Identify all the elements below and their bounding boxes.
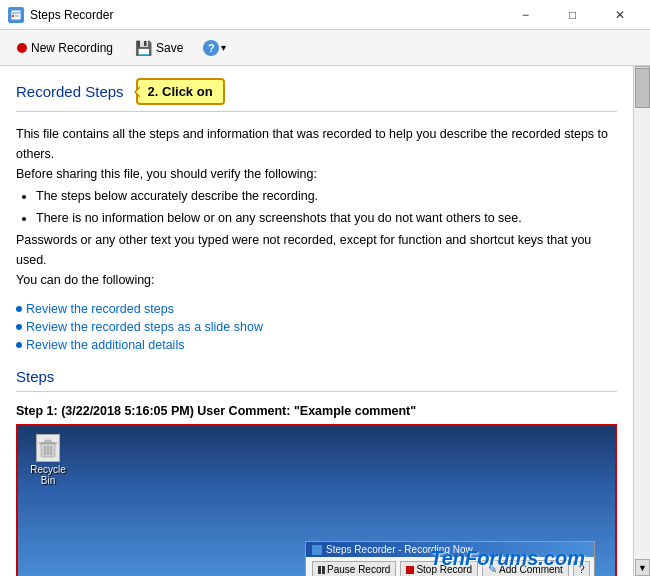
action-links: Review the recorded steps Review the rec…	[16, 302, 617, 352]
scroll-down-arrow[interactable]: ▼	[635, 559, 650, 576]
new-recording-label: New Recording	[31, 41, 113, 55]
save-icon: 💾	[135, 40, 152, 56]
pause-label: Pause Record	[327, 564, 390, 575]
info-block: This file contains all the steps and inf…	[16, 124, 617, 290]
close-button[interactable]: ✕	[597, 0, 642, 30]
info-text-1: This file contains all the steps and inf…	[16, 124, 617, 164]
recorded-steps-title: Recorded Steps	[16, 83, 124, 100]
link-slide-show[interactable]: Review the recorded steps as a slide sho…	[16, 320, 617, 334]
recorded-steps-header: Recorded Steps 2. Click on	[16, 78, 617, 105]
maximize-button[interactable]: □	[550, 0, 595, 30]
bullet-icon-1	[16, 306, 22, 312]
recycle-bin-icon: Recycle Bin	[26, 434, 70, 486]
help-dropdown-icon: ▾	[221, 42, 226, 53]
step-1-label: Step 1: (3/22/2018 5:16:05 PM) User Comm…	[16, 404, 617, 418]
click-tooltip: 2. Click on	[136, 78, 225, 105]
title-controls: − □ ✕	[503, 0, 642, 30]
info-text-2: Before sharing this file, you should ver…	[16, 164, 617, 184]
scroll-thumb[interactable]	[635, 68, 650, 108]
app-icon	[8, 7, 24, 23]
minimize-button[interactable]: −	[503, 0, 548, 30]
svg-rect-6	[45, 440, 51, 443]
recycle-bin-label: Recycle Bin	[26, 464, 70, 486]
popup-icon	[312, 545, 322, 555]
info-text-4: You can do the following:	[16, 270, 617, 290]
help-icon: ?	[203, 40, 219, 56]
step-1-screenshot: Recycle Bin Steps Recorder - Recording N…	[16, 424, 617, 576]
svg-point-2	[12, 15, 14, 17]
content-area: Recorded Steps 2. Click on This file con…	[0, 66, 633, 576]
steps-section: Steps Step 1: (3/22/2018 5:16:05 PM) Use…	[16, 368, 617, 576]
desktop-icons: Recycle Bin	[26, 434, 70, 486]
watermark-text: TenForums.com	[430, 547, 585, 570]
main-content: Recorded Steps 2. Click on This file con…	[0, 66, 650, 576]
pause-icon	[318, 566, 325, 574]
save-label: Save	[156, 41, 183, 55]
info-bullets: The steps below accurately describe the …	[36, 186, 617, 228]
steps-divider	[16, 391, 617, 392]
steps-title: Steps	[16, 368, 617, 385]
svg-rect-0	[11, 10, 21, 20]
step-1: Step 1: (3/22/2018 5:16:05 PM) User Comm…	[16, 404, 617, 576]
save-button[interactable]: 💾 Save	[126, 36, 192, 60]
scrollbar[interactable]: ▲ ▼	[633, 66, 650, 576]
new-recording-button[interactable]: New Recording	[8, 37, 122, 59]
bullet-icon-3	[16, 342, 22, 348]
bullet-1: The steps below accurately describe the …	[36, 186, 617, 206]
bullet-2: There is no information below or on any …	[36, 208, 617, 228]
recycle-bin-image	[36, 434, 60, 462]
header-divider	[16, 111, 617, 112]
link-review-steps[interactable]: Review the recorded steps	[16, 302, 617, 316]
title-text: Steps Recorder	[30, 8, 113, 22]
help-button[interactable]: ? ▾	[196, 36, 233, 60]
link-additional-details[interactable]: Review the additional details	[16, 338, 617, 352]
info-text-3: Passwords or any other text you typed we…	[16, 230, 617, 270]
title-bar: Steps Recorder − □ ✕	[0, 0, 650, 30]
toolbar: New Recording 💾 Save ? ▾	[0, 30, 650, 66]
bullet-icon-2	[16, 324, 22, 330]
pause-record-button[interactable]: Pause Record	[312, 561, 396, 576]
stop-icon	[406, 566, 414, 574]
record-dot-icon	[17, 43, 27, 53]
